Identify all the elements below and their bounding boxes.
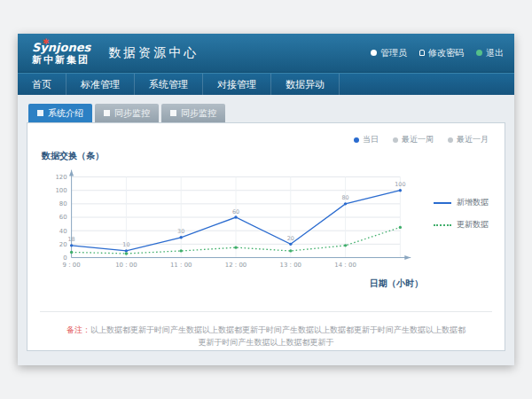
svg-text:9：00: 9：00 bbox=[63, 262, 81, 269]
power-icon bbox=[476, 50, 482, 56]
svg-text:30: 30 bbox=[177, 228, 184, 235]
logo-company-name: 新中新集团 bbox=[32, 55, 90, 66]
chart-x-axis-title: 日期（小时） bbox=[40, 278, 492, 290]
svg-text:100: 100 bbox=[395, 181, 405, 188]
svg-text:80: 80 bbox=[59, 200, 67, 207]
svg-text:60: 60 bbox=[59, 215, 67, 222]
grid-icon bbox=[104, 110, 110, 116]
logo-text: Synjones bbox=[32, 41, 90, 54]
nav-item-system-mgmt[interactable]: 系统管理 bbox=[135, 74, 203, 95]
chart-row: 0204060801001209：0010：0011：0012：0013：001… bbox=[40, 162, 492, 278]
legend-item[interactable]: 新增数据 bbox=[434, 197, 489, 208]
user-icon bbox=[371, 50, 377, 56]
tab-system-intro[interactable]: 系统介绍 bbox=[28, 104, 92, 122]
footnote-text: 以上数据都更新于时间产生数据以上数据都更新于时间产生数据以上数据都更新于时间产生… bbox=[90, 325, 466, 347]
tab-bar: 系统介绍 同步监控 同步监控 bbox=[27, 104, 505, 122]
svg-text:120: 120 bbox=[55, 174, 66, 181]
svg-text:10: 10 bbox=[122, 241, 129, 248]
header-user-actions: 管理员 修改密码 退出 bbox=[371, 34, 504, 72]
change-password-button[interactable]: 修改密码 bbox=[419, 47, 464, 59]
logo: Synjones ✱ 新中新集团 bbox=[32, 39, 90, 66]
filter-last-week[interactable]: 最近一周 bbox=[393, 134, 434, 145]
svg-text:80: 80 bbox=[342, 194, 349, 201]
footnote: 备注：以上数据都更新于时间产生数据以上数据都更新于时间产生数据以上数据都更新于时… bbox=[40, 311, 492, 348]
svg-text:20: 20 bbox=[287, 235, 294, 242]
grid-icon bbox=[37, 110, 43, 116]
legend-line-sample-icon bbox=[434, 202, 451, 204]
chart-panel: 当日最近一周最近一月 数据交换（条） 0204060801001209：0010… bbox=[27, 122, 505, 351]
nav-item-interface-mgmt[interactable]: 对接管理 bbox=[203, 74, 271, 95]
filter-dot-icon bbox=[448, 137, 453, 143]
legend-item[interactable]: 更新数据 bbox=[434, 219, 489, 231]
page-title: 数据资源中心 bbox=[108, 45, 199, 61]
svg-text:18: 18 bbox=[68, 236, 75, 243]
nav-item-home[interactable]: 首页 bbox=[18, 74, 66, 95]
time-range-filters: 当日最近一周最近一月 bbox=[354, 134, 489, 145]
current-user[interactable]: 管理员 bbox=[371, 47, 407, 59]
svg-text:14：00: 14：00 bbox=[334, 262, 356, 269]
filter-dot-icon bbox=[354, 137, 359, 143]
svg-text:20: 20 bbox=[59, 241, 67, 248]
logo-star-icon: ✱ bbox=[43, 37, 50, 46]
svg-text:60: 60 bbox=[232, 208, 239, 215]
lock-icon bbox=[419, 50, 425, 56]
filter-today[interactable]: 当日 bbox=[354, 134, 379, 145]
nav-item-data-change[interactable]: 数据异动 bbox=[271, 74, 340, 95]
logo-wordmark: Synjones ✱ bbox=[32, 42, 90, 55]
svg-text:13：00: 13：00 bbox=[280, 262, 301, 269]
legend-line-sample-icon bbox=[434, 224, 451, 226]
svg-text:0: 0 bbox=[63, 254, 66, 262]
app-window: Synjones ✱ 新中新集团 数据资源中心 管理员 修改密码 退出 首页 标… bbox=[18, 34, 514, 365]
svg-text:11：00: 11：00 bbox=[170, 262, 192, 269]
chart-y-axis-title: 数据交换（条） bbox=[42, 150, 492, 162]
main-nav: 首页 标准管理 系统管理 对接管理 数据异动 bbox=[18, 73, 514, 95]
content-area: 系统介绍 同步监控 同步监控 当日最近一周最近一月 数据交换（条） 020406… bbox=[18, 95, 514, 351]
nav-item-standard-mgmt[interactable]: 标准管理 bbox=[66, 74, 135, 95]
tab-sync-monitor-1[interactable]: 同步监控 bbox=[95, 104, 159, 122]
app-header: Synjones ✱ 新中新集团 数据资源中心 管理员 修改密码 退出 bbox=[18, 34, 514, 73]
svg-text:40: 40 bbox=[59, 228, 67, 235]
filter-last-month[interactable]: 最近一月 bbox=[448, 134, 489, 145]
svg-text:10：00: 10：00 bbox=[115, 262, 137, 269]
svg-text:100: 100 bbox=[55, 187, 66, 194]
footnote-label: 备注： bbox=[66, 325, 90, 334]
series-legend: 新增数据更新数据 bbox=[434, 197, 489, 231]
svg-text:12：00: 12：00 bbox=[225, 262, 246, 269]
line-chart: 0204060801001209：0010：0011：0012：0013：001… bbox=[40, 162, 430, 278]
grid-icon bbox=[170, 110, 176, 116]
logout-button[interactable]: 退出 bbox=[476, 47, 504, 59]
filter-dot-icon bbox=[393, 137, 398, 143]
tab-sync-monitor-2[interactable]: 同步监控 bbox=[161, 104, 225, 122]
